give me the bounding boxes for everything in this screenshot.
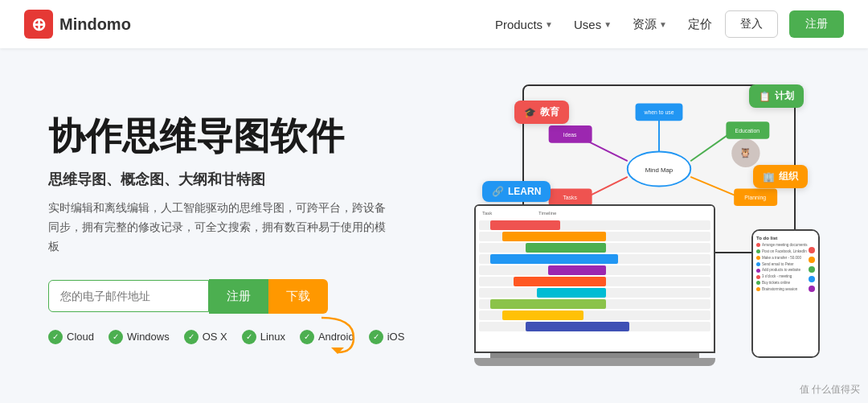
list-item: 3 o'clock - meeting — [756, 274, 815, 279]
navbar: ⊕ Mindomo Products ▼ Uses ▼ 资源 ▼ 定价 登入 注… — [0, 0, 868, 48]
gantt-row — [479, 322, 710, 331]
gantt-row — [479, 265, 710, 275]
gantt-row — [479, 243, 710, 253]
nav-pricing[interactable]: 定价 — [680, 12, 720, 37]
hero-title: 协作思维导图软件 — [48, 114, 466, 158]
watermark: 值 什么值得买 — [800, 383, 860, 397]
logo[interactable]: ⊕ Mindomo — [24, 10, 131, 39]
laptop-base — [474, 358, 715, 366]
svg-text:Mind Map: Mind Map — [645, 167, 674, 174]
cta-row: 注册 下载 — [48, 279, 466, 314]
svg-marker-2 — [331, 347, 344, 354]
svg-text:Planning: Planning — [744, 195, 766, 201]
logo-icon: ⊕ — [24, 10, 53, 39]
gantt-row — [479, 310, 710, 320]
list-item: Send email to Peter — [756, 262, 815, 267]
platform-linux: ✓ Linux — [242, 330, 285, 344]
hero-subtitle: 思维导图、概念图、大纲和甘特图 — [48, 170, 466, 189]
register-nav-button[interactable]: 注册 — [789, 10, 844, 38]
learn-icon: 🔗 — [492, 186, 504, 197]
email-input[interactable] — [48, 280, 209, 312]
logo-text: Mindomo — [59, 15, 131, 34]
list-item: Buy tickets online — [756, 281, 815, 286]
list-item: Add products to website — [756, 268, 815, 273]
svg-text:⊕: ⊕ — [31, 14, 46, 35]
hero-section: 协作思维导图软件 思维导图、概念图、大纲和甘特图 实时编辑和离线编辑，人工智能驱… — [0, 48, 868, 402]
education-icon: 🎓 — [524, 107, 536, 118]
hero-right: Mind Map Education Planning Ideas — [466, 76, 820, 382]
login-button[interactable]: 登入 — [725, 10, 778, 38]
plan-icon: 📋 — [759, 91, 771, 102]
list-item: Arrange meeting documents — [756, 243, 815, 248]
gantt-row — [479, 277, 710, 286]
platform-windows: ✓ Windows — [108, 330, 170, 344]
check-icon: ✓ — [184, 330, 199, 344]
gantt-row — [479, 288, 710, 298]
nav-products[interactable]: Products ▼ — [487, 13, 561, 36]
gantt-row — [479, 232, 710, 241]
gantt-chart: Task Timeline — [476, 206, 714, 352]
badge-learn: 🔗 LEARN — [482, 181, 551, 202]
nav-uses[interactable]: Uses ▼ — [566, 13, 620, 36]
phone-device: To do list Arrange meeting documentsPost… — [751, 229, 820, 358]
todo-title: To do list — [756, 236, 815, 241]
hero-left: 协作思维导图软件 思维导图、概念图、大纲和甘特图 实时编辑和离线编辑，人工智能驱… — [48, 114, 466, 344]
platform-cloud: ✓ Cloud — [48, 330, 94, 344]
gantt-row — [479, 220, 710, 230]
platform-osx: ✓ OS X — [184, 330, 227, 344]
svg-text:🦉: 🦉 — [739, 147, 751, 158]
check-icon: ✓ — [369, 330, 383, 344]
gantt-row — [479, 299, 710, 309]
chevron-down-icon: ▼ — [604, 20, 612, 29]
signup-button[interactable]: 注册 — [209, 279, 268, 314]
check-icon: ✓ — [108, 330, 123, 344]
chevron-down-icon: ▼ — [659, 20, 667, 29]
phone-body: To do list Arrange meeting documentsPost… — [751, 229, 820, 358]
svg-text:Tasks: Tasks — [563, 195, 577, 200]
check-icon: ✓ — [300, 330, 314, 344]
platform-ios: ✓ iOS — [369, 330, 405, 344]
svg-text:when to use: when to use — [644, 109, 674, 115]
check-icon: ✓ — [48, 330, 63, 344]
svg-text:Ideas: Ideas — [563, 132, 577, 138]
list-item: Post on Facebook, LinkedIn — [756, 249, 815, 254]
gantt-row — [479, 254, 710, 264]
laptop-screen: Task Timeline — [474, 204, 715, 353]
list-item: Brainstorming session — [756, 287, 815, 292]
check-icon: ✓ — [242, 330, 256, 344]
platform-android: ✓ Android — [300, 330, 354, 344]
nav-links: Products ▼ Uses ▼ 资源 ▼ 定价 登入 注册 — [487, 10, 844, 38]
hero-description: 实时编辑和离线编辑，人工智能驱动的思维导图，可跨平台，跨设备同步，拥有完整的修改… — [48, 199, 386, 256]
phone-screen: To do list Arrange meeting documentsPost… — [753, 231, 818, 356]
download-button[interactable]: 下载 — [268, 279, 328, 314]
svg-text:Education: Education — [735, 128, 760, 134]
badge-organize: 🏢 组织 — [753, 165, 808, 188]
laptop-device: Task Timeline — [474, 204, 715, 366]
platform-row: ✓ Cloud ✓ Windows ✓ OS X ✓ Linux ✓ Andro… — [48, 330, 466, 344]
badge-plan: 📋 计划 — [749, 84, 804, 108]
organize-icon: 🏢 — [763, 171, 775, 183]
chevron-down-icon: ▼ — [545, 20, 553, 29]
list-item: Make a transfer - 50.000 — [756, 256, 815, 261]
badge-education: 🎓 教育 — [514, 101, 569, 124]
nav-resources[interactable]: 资源 ▼ — [624, 12, 675, 37]
